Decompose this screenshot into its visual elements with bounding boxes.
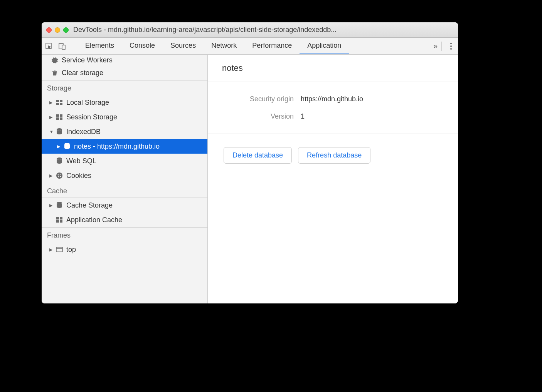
toolbar-icons: [45, 41, 72, 52]
toolbar-overflow: »: [429, 42, 455, 51]
sidebar-item-service-workers[interactable]: Service Workers: [42, 55, 207, 65]
svg-rect-6: [60, 103, 62, 105]
tab-elements[interactable]: Elements: [77, 38, 122, 54]
version-label: Version: [216, 112, 301, 121]
toolbar-divider: [441, 42, 442, 51]
sidebar-item-label: top: [66, 246, 76, 254]
database-icon: [56, 201, 63, 209]
maximize-window-button[interactable]: [63, 27, 69, 33]
svg-point-18: [58, 176, 59, 177]
sidebar-item-label: IndexedDB: [66, 128, 101, 136]
svg-point-17: [60, 176, 61, 177]
database-info: Security origin https://mdn.github.io Ve…: [208, 82, 458, 134]
svg-rect-22: [56, 220, 59, 223]
svg-rect-5: [56, 103, 59, 105]
sidebar-section-frames: Frames: [42, 227, 207, 242]
database-actions: Delete database Refresh database: [208, 134, 458, 177]
sidebar-item-label: Clear storage: [62, 69, 103, 77]
security-origin-label: Security origin: [216, 95, 301, 103]
content-area: Service Workers Clear storage Storage ▶ …: [42, 55, 458, 303]
disclosure-arrow-icon: ▶: [49, 115, 54, 120]
sidebar-item-application-cache[interactable]: Application Cache: [42, 213, 207, 227]
window-title: DevTools - mdn.github.io/learning-area/j…: [73, 26, 337, 34]
sidebar-item-label: Cache Storage: [66, 201, 113, 209]
disclosure-arrow-icon: ▶: [49, 173, 54, 178]
main-panel: notes Security origin https://mdn.github…: [208, 55, 458, 303]
tab-performance[interactable]: Performance: [244, 38, 300, 54]
sidebar-item-cookies[interactable]: ▶ Cookies: [42, 168, 207, 183]
gear-icon: [51, 56, 59, 64]
close-window-button[interactable]: [46, 27, 52, 33]
tab-network[interactable]: Network: [204, 38, 244, 54]
sidebar-item-label: Web SQL: [66, 157, 96, 165]
sidebar-item-label: Service Workers: [62, 56, 113, 64]
svg-rect-2: [62, 45, 65, 49]
svg-point-12: [64, 143, 70, 145]
version-value: 1: [301, 112, 305, 121]
disclosure-arrow-icon: ▼: [49, 129, 54, 134]
sidebar-item-indexeddb[interactable]: ▼ IndexedDB: [42, 124, 207, 139]
svg-rect-23: [60, 220, 62, 223]
sidebar-item-label: Cookies: [66, 172, 91, 180]
svg-point-16: [60, 174, 61, 175]
svg-rect-7: [56, 114, 59, 117]
tab-console[interactable]: Console: [122, 38, 163, 54]
svg-point-15: [58, 174, 59, 176]
tab-sources[interactable]: Sources: [163, 38, 204, 54]
sidebar-item-clear-storage[interactable]: Clear storage: [42, 65, 207, 80]
svg-rect-10: [60, 117, 62, 120]
sidebar-item-label: Application Cache: [66, 216, 122, 224]
tab-application[interactable]: Application: [300, 38, 349, 54]
disclosure-arrow-icon: ▶: [49, 203, 54, 208]
svg-rect-24: [56, 247, 62, 252]
svg-point-13: [57, 157, 62, 160]
sidebar-item-label: Local Storage: [66, 99, 109, 107]
svg-point-14: [56, 173, 62, 179]
svg-rect-21: [60, 217, 62, 219]
database-icon: [56, 157, 63, 165]
svg-rect-8: [60, 114, 62, 117]
svg-rect-4: [60, 100, 62, 102]
sidebar-item-label: notes - https://mdn.github.io: [74, 142, 160, 151]
traffic-lights: [46, 27, 69, 33]
more-menu-icon[interactable]: [447, 43, 455, 50]
element-picker-icon[interactable]: [45, 42, 53, 50]
info-row-version: Version 1: [216, 112, 450, 121]
info-row-origin: Security origin https://mdn.github.io: [216, 95, 450, 103]
sidebar-item-label: Session Storage: [66, 113, 117, 121]
disclosure-arrow-icon: ▶: [57, 144, 62, 149]
cookie-icon: [56, 172, 63, 179]
toolbar: Elements Console Sources Network Perform…: [42, 38, 458, 55]
database-title: notes: [208, 55, 458, 82]
table-icon: [56, 216, 63, 224]
panel-tabs: Elements Console Sources Network Perform…: [77, 38, 429, 54]
sidebar-section-cache: Cache: [42, 183, 207, 198]
disclosure-arrow-icon: ▶: [49, 247, 54, 252]
sidebar-item-indexeddb-notes[interactable]: ▶ notes - https://mdn.github.io: [42, 139, 207, 154]
svg-point-11: [57, 128, 62, 131]
sidebar-item-websql[interactable]: Web SQL: [42, 154, 207, 168]
sidebar-item-session-storage[interactable]: ▶ Session Storage: [42, 110, 207, 124]
svg-rect-20: [56, 217, 59, 219]
table-icon: [56, 99, 63, 106]
refresh-database-button[interactable]: Refresh database: [298, 147, 370, 164]
overflow-chevron-icon[interactable]: »: [433, 42, 436, 50]
frame-icon: [56, 246, 63, 253]
minimize-window-button[interactable]: [55, 27, 60, 33]
sidebar-item-top-frame[interactable]: ▶ top: [42, 242, 207, 257]
titlebar: DevTools - mdn.github.io/learning-area/j…: [42, 22, 458, 38]
svg-rect-9: [56, 117, 59, 120]
delete-database-button[interactable]: Delete database: [224, 147, 292, 164]
sidebar-item-cache-storage[interactable]: ▶ Cache Storage: [42, 198, 207, 213]
database-icon: [63, 142, 71, 150]
svg-rect-3: [56, 100, 59, 102]
security-origin-value: https://mdn.github.io: [301, 95, 363, 103]
sidebar-item-local-storage[interactable]: ▶ Local Storage: [42, 95, 207, 110]
sidebar-section-storage: Storage: [42, 80, 207, 95]
table-icon: [56, 113, 63, 121]
application-sidebar: Service Workers Clear storage Storage ▶ …: [42, 55, 208, 303]
devtools-window: DevTools - mdn.github.io/learning-area/j…: [42, 22, 458, 303]
database-icon: [56, 128, 63, 136]
device-toggle-icon[interactable]: [58, 42, 66, 50]
disclosure-arrow-icon: ▶: [49, 100, 54, 105]
